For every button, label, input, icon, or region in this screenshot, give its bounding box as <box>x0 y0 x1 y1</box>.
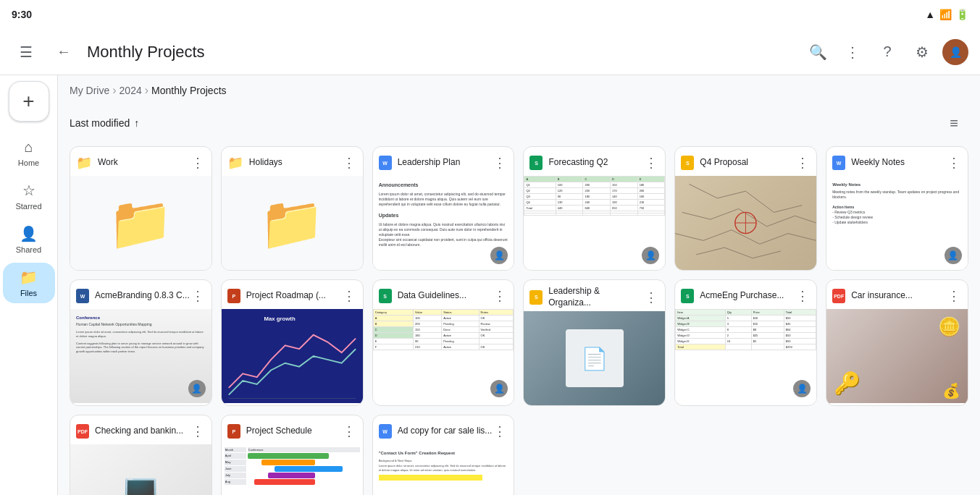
sheets-icon-data: S <box>379 289 392 303</box>
slides-icon-orga: S <box>529 290 543 305</box>
map-preview <box>675 176 816 270</box>
file-menu-roadmap[interactable]: ⋮ <box>341 287 357 305</box>
ppt-icon-roadmap: P <box>227 289 240 303</box>
wifi-icon: ▲ <box>925 9 935 20</box>
file-title-ad-copy: Ad copy for car sale lis... <box>398 426 493 437</box>
file-menu-data[interactable]: ⋮ <box>492 287 508 305</box>
file-card-leadership-orga[interactable]: S Leadership & Organiza... ⋮ 📄 <box>523 279 666 406</box>
file-card-car-insurance[interactable]: PDF Car insurance... ⋮ 🔑 🪙 💰 <box>826 279 968 406</box>
new-button[interactable]: + <box>9 81 49 122</box>
breadcrumb-2024[interactable]: 2024 <box>120 85 142 96</box>
header-right: 🔍 ⋮ ? ⚙ 👤 <box>803 38 968 67</box>
file-menu-acmeng[interactable]: ⋮ <box>795 287 811 305</box>
file-card-header: S Leadership & Organiza... ⋮ <box>524 280 665 311</box>
file-title-roadmap: Project Roadmap (... <box>246 290 326 302</box>
shared-icon: 👤 <box>20 225 38 242</box>
sidebar-item-home[interactable]: ⌂ Home <box>3 133 55 173</box>
file-card-work[interactable]: 📁 Work ⋮ 📁 <box>70 146 212 271</box>
file-preview-car: 🔑 🪙 💰 <box>826 309 968 403</box>
file-title-data-guidelines: Data Guidelines... <box>398 290 466 302</box>
file-menu-q4[interactable]: ⋮ <box>795 153 811 172</box>
word-icon-acme: W <box>76 289 89 303</box>
sheets-icon-forecasting: S <box>529 156 543 170</box>
file-card-header: W AcmeBranding 0.8.3 C... ⋮ <box>70 280 212 309</box>
slides-icon-q4: S <box>681 156 694 170</box>
sidebar: + ⌂ Home ☆ Starred 👤 Shared 📁 Files <box>0 75 58 495</box>
file-title-schedule: Project Schedule <box>246 426 312 437</box>
file-menu-checking[interactable]: ⋮ <box>190 422 206 441</box>
file-menu-adcopy[interactable]: ⋮ <box>492 422 508 441</box>
file-card-data-guidelines[interactable]: S Data Guidelines... ⋮ CategoryValueStat… <box>372 279 515 406</box>
file-preview-checking: 💻 <box>70 444 212 495</box>
sidebar-item-files[interactable]: 📁 Files <box>3 263 55 303</box>
file-title-acmeng: AcmeEng Purchase... <box>700 290 784 302</box>
folder-icon-holidays: 📁 <box>227 155 243 171</box>
file-card-header: W Leadership Plan ⋮ <box>373 147 514 176</box>
file-card-checking[interactable]: PDF Checking and bankin... ⋮ 💻 <box>70 415 212 495</box>
file-menu-work[interactable]: ⋮ <box>190 153 206 172</box>
folder-large-icon-holidays: 📁 <box>259 192 324 254</box>
breadcrumb-current: Monthly Projects <box>151 85 226 96</box>
file-menu-forecasting[interactable]: ⋮ <box>643 153 659 172</box>
file-preview-q4 <box>675 176 816 270</box>
help-button[interactable]: ? <box>873 38 902 67</box>
shared-indicator-acmebranding: 👤 <box>188 380 206 397</box>
file-menu-weekly[interactable]: ⋮ <box>946 153 962 172</box>
file-grid: 📁 Work ⋮ 📁 📁 Holidays ⋮ <box>70 146 968 495</box>
file-title-leadership: Leadership Plan <box>398 157 461 169</box>
file-preview-holidays: 📁 <box>222 176 363 270</box>
chart-preview: Max growth <box>222 309 363 403</box>
file-preview-leadership: Announcements Lorem ipsum dolor sit amet… <box>373 176 514 270</box>
file-menu-schedule[interactable]: ⋮ <box>341 422 357 441</box>
back-button[interactable]: ← <box>49 38 78 67</box>
docs-icon-weekly: W <box>832 156 845 170</box>
svg-text:Max growth: Max growth <box>264 316 295 322</box>
file-card-forecasting[interactable]: S Forecasting Q2 ⋮ ABCDE Q1100200150180 … <box>523 146 666 271</box>
sidebar-item-home-label: Home <box>18 158 39 167</box>
file-menu-orga[interactable]: ⋮ <box>643 288 659 307</box>
file-card-roadmap[interactable]: P Project Roadmap (... ⋮ Max growth <box>221 279 364 406</box>
sort-bar: Last modified ↑ ≡ <box>70 103 968 146</box>
file-card-leadership-plan[interactable]: W Leadership Plan ⋮ Announcements Lorem … <box>372 146 515 271</box>
header: ☰ ← Monthly Projects 🔍 ⋮ ? ⚙ 👤 <box>0 29 980 75</box>
more-options-button[interactable]: ⋮ <box>838 38 867 67</box>
file-menu-holidays[interactable]: ⋮ <box>341 153 357 172</box>
star-icon: ☆ <box>22 182 35 199</box>
file-preview-acmebranding: Conference Human Capital Network Opportu… <box>70 309 212 403</box>
docs-icon-leadership: W <box>379 156 392 170</box>
file-preview-forecasting: ABCDE Q1100200150180 Q2120220170200 Q390… <box>524 176 665 270</box>
shared-indicator-acmeng: 👤 <box>793 380 811 397</box>
file-menu-acmebranding[interactable]: ⋮ <box>190 287 206 305</box>
file-card-header: P Project Schedule ⋮ <box>222 415 363 444</box>
files-icon: 📁 <box>20 268 38 286</box>
file-title-forecasting: Forecasting Q2 <box>548 157 608 169</box>
sort-label[interactable]: Last modified ↑ <box>70 117 139 129</box>
sidebar-item-starred-label: Starred <box>15 202 41 211</box>
pdf-icon-checking: PDF <box>76 424 89 439</box>
file-card-header: W Weekly Notes ⋮ <box>826 147 968 176</box>
menu-button[interactable]: ☰ <box>12 38 41 67</box>
file-card-q4proposal[interactable]: S Q4 Proposal ⋮ <box>674 146 817 271</box>
sheets-icon-acmeng: S <box>681 289 694 303</box>
search-button[interactable]: 🔍 <box>803 38 832 67</box>
file-card-acmeng[interactable]: S AcmeEng Purchase... ⋮ ItemQtyPriceTota… <box>674 279 817 406</box>
sidebar-item-shared[interactable]: 👤 Shared <box>3 219 55 260</box>
file-card-ad-copy[interactable]: W Ad copy for car sale lis... ⋮ "Contact… <box>372 415 515 495</box>
status-time: 9:30 <box>12 9 32 20</box>
file-menu-car[interactable]: ⋮ <box>946 287 962 305</box>
file-title-acmebranding: AcmeBranding 0.8.3 C... <box>95 290 190 302</box>
sidebar-item-starred[interactable]: ☆ Starred <box>3 176 55 216</box>
content: My Drive › 2024 › Monthly Projects Last … <box>58 75 980 495</box>
file-card-acmebranding[interactable]: W AcmeBranding 0.8.3 C... ⋮ Conference H… <box>70 279 212 406</box>
settings-button[interactable]: ⚙ <box>908 38 937 67</box>
pdf-icon-car: PDF <box>832 289 845 303</box>
last-modified-label: Last modified <box>70 117 130 129</box>
avatar[interactable]: 👤 <box>942 39 968 65</box>
file-menu-leadership[interactable]: ⋮ <box>492 153 508 172</box>
file-card-holidays[interactable]: 📁 Holidays ⋮ 📁 <box>221 146 364 271</box>
file-title-weekly: Weekly Notes <box>851 157 905 169</box>
file-card-project-schedule[interactable]: P Project Schedule ⋮ Month Conference Ap… <box>221 415 364 495</box>
list-view-button[interactable]: ≡ <box>939 109 968 138</box>
breadcrumb-mydrive[interactable]: My Drive <box>70 85 109 96</box>
file-card-weekly-notes[interactable]: W Weekly Notes ⋮ Weekly Notes Meeting no… <box>826 146 968 271</box>
